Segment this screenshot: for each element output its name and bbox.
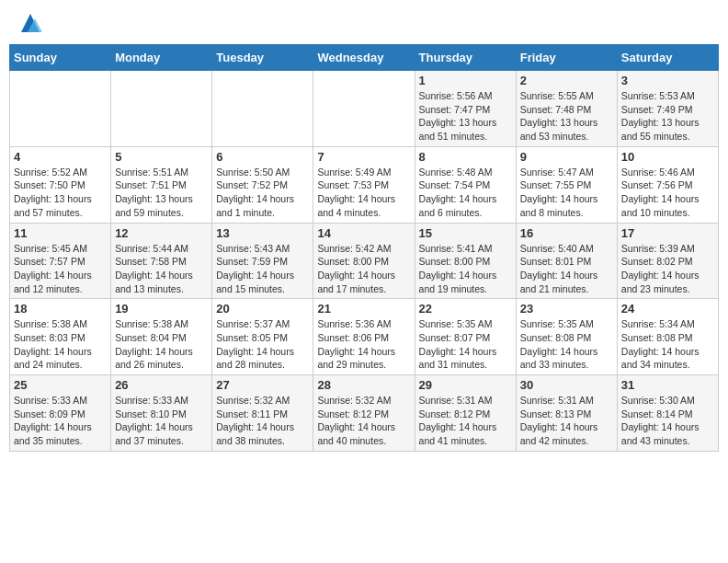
day-info: Sunrise: 5:31 AM Sunset: 8:13 PM Dayligh…	[520, 394, 613, 448]
week-row-3: 11Sunrise: 5:45 AM Sunset: 7:57 PM Dayli…	[10, 223, 719, 299]
calendar-cell: 21Sunrise: 5:36 AM Sunset: 8:06 PM Dayli…	[313, 299, 415, 375]
calendar-cell: 5Sunrise: 5:51 AM Sunset: 7:51 PM Daylig…	[111, 146, 212, 223]
page-header	[9, 9, 719, 37]
calendar-cell: 30Sunrise: 5:31 AM Sunset: 8:13 PM Dayli…	[516, 375, 617, 452]
calendar-cell	[111, 71, 212, 147]
day-number: 1	[419, 74, 512, 87]
calendar-table: SundayMondayTuesdayWednesdayThursdayFrid…	[9, 44, 719, 452]
logo-icon	[17, 9, 44, 37]
day-info: Sunrise: 5:53 AM Sunset: 7:49 PM Dayligh…	[621, 89, 714, 144]
calendar-cell: 15Sunrise: 5:41 AM Sunset: 8:00 PM Dayli…	[415, 223, 516, 299]
day-number: 30	[520, 378, 613, 392]
day-number: 18	[14, 302, 107, 316]
day-number: 9	[520, 150, 613, 164]
day-info: Sunrise: 5:55 AM Sunset: 7:48 PM Dayligh…	[520, 89, 613, 144]
day-number: 31	[621, 378, 714, 392]
calendar-cell: 6Sunrise: 5:50 AM Sunset: 7:52 PM Daylig…	[212, 146, 313, 223]
day-info: Sunrise: 5:35 AM Sunset: 8:07 PM Dayligh…	[419, 317, 512, 372]
header-row: SundayMondayTuesdayWednesdayThursdayFrid…	[10, 45, 719, 71]
day-info: Sunrise: 5:35 AM Sunset: 8:08 PM Dayligh…	[520, 317, 613, 372]
calendar-cell	[313, 71, 415, 147]
day-info: Sunrise: 5:36 AM Sunset: 8:06 PM Dayligh…	[317, 317, 410, 372]
calendar-cell: 27Sunrise: 5:32 AM Sunset: 8:11 PM Dayli…	[212, 375, 313, 452]
calendar-cell: 9Sunrise: 5:47 AM Sunset: 7:55 PM Daylig…	[516, 146, 617, 223]
day-number: 3	[621, 74, 714, 87]
day-number: 15	[419, 226, 512, 240]
day-info: Sunrise: 5:32 AM Sunset: 8:11 PM Dayligh…	[216, 394, 309, 448]
calendar-cell: 1Sunrise: 5:56 AM Sunset: 7:47 PM Daylig…	[415, 71, 516, 147]
calendar-cell: 16Sunrise: 5:40 AM Sunset: 8:01 PM Dayli…	[516, 223, 617, 299]
calendar-cell: 19Sunrise: 5:38 AM Sunset: 8:04 PM Dayli…	[111, 299, 212, 375]
day-header-monday: Monday	[111, 45, 212, 71]
day-number: 26	[115, 378, 208, 392]
day-header-wednesday: Wednesday	[313, 45, 415, 71]
day-info: Sunrise: 5:32 AM Sunset: 8:12 PM Dayligh…	[317, 394, 410, 448]
calendar-cell: 7Sunrise: 5:49 AM Sunset: 7:53 PM Daylig…	[313, 146, 415, 223]
week-row-2: 4Sunrise: 5:52 AM Sunset: 7:50 PM Daylig…	[10, 146, 719, 223]
day-number: 25	[14, 378, 107, 392]
calendar-cell	[212, 71, 313, 147]
day-info: Sunrise: 5:41 AM Sunset: 8:00 PM Dayligh…	[419, 242, 512, 296]
day-info: Sunrise: 5:51 AM Sunset: 7:51 PM Dayligh…	[115, 166, 208, 220]
week-row-4: 18Sunrise: 5:38 AM Sunset: 8:03 PM Dayli…	[10, 299, 719, 375]
day-info: Sunrise: 5:52 AM Sunset: 7:50 PM Dayligh…	[14, 166, 107, 220]
day-number: 13	[216, 226, 309, 240]
day-info: Sunrise: 5:40 AM Sunset: 8:01 PM Dayligh…	[520, 242, 613, 296]
calendar-cell	[10, 71, 111, 147]
day-number: 12	[115, 226, 208, 240]
day-info: Sunrise: 5:43 AM Sunset: 7:59 PM Dayligh…	[216, 242, 309, 296]
day-number: 14	[317, 226, 410, 240]
calendar-cell: 25Sunrise: 5:33 AM Sunset: 8:09 PM Dayli…	[10, 375, 111, 452]
calendar-cell: 31Sunrise: 5:30 AM Sunset: 8:14 PM Dayli…	[617, 375, 718, 452]
calendar-cell: 10Sunrise: 5:46 AM Sunset: 7:56 PM Dayli…	[617, 146, 718, 223]
day-number: 2	[520, 74, 613, 87]
day-info: Sunrise: 5:37 AM Sunset: 8:05 PM Dayligh…	[216, 317, 309, 372]
day-number: 19	[115, 302, 208, 316]
day-number: 7	[317, 150, 410, 164]
day-number: 16	[520, 226, 613, 240]
day-info: Sunrise: 5:48 AM Sunset: 7:54 PM Dayligh…	[419, 166, 512, 220]
calendar-cell: 3Sunrise: 5:53 AM Sunset: 7:49 PM Daylig…	[617, 71, 718, 147]
calendar-cell: 12Sunrise: 5:44 AM Sunset: 7:58 PM Dayli…	[111, 223, 212, 299]
day-number: 24	[621, 302, 714, 316]
day-info: Sunrise: 5:38 AM Sunset: 8:03 PM Dayligh…	[14, 317, 107, 372]
day-info: Sunrise: 5:39 AM Sunset: 8:02 PM Dayligh…	[621, 242, 714, 296]
day-info: Sunrise: 5:46 AM Sunset: 7:56 PM Dayligh…	[621, 166, 714, 220]
day-number: 10	[621, 150, 714, 164]
day-number: 8	[419, 150, 512, 164]
calendar-cell: 2Sunrise: 5:55 AM Sunset: 7:48 PM Daylig…	[516, 71, 617, 147]
calendar-cell: 28Sunrise: 5:32 AM Sunset: 8:12 PM Dayli…	[313, 375, 415, 452]
day-info: Sunrise: 5:45 AM Sunset: 7:57 PM Dayligh…	[14, 242, 107, 296]
day-header-saturday: Saturday	[617, 45, 718, 71]
calendar-cell: 29Sunrise: 5:31 AM Sunset: 8:12 PM Dayli…	[415, 375, 516, 452]
calendar-cell: 22Sunrise: 5:35 AM Sunset: 8:07 PM Dayli…	[415, 299, 516, 375]
week-row-5: 25Sunrise: 5:33 AM Sunset: 8:09 PM Dayli…	[10, 375, 719, 452]
calendar-cell: 20Sunrise: 5:37 AM Sunset: 8:05 PM Dayli…	[212, 299, 313, 375]
logo	[13, 9, 44, 37]
calendar-cell: 13Sunrise: 5:43 AM Sunset: 7:59 PM Dayli…	[212, 223, 313, 299]
day-number: 28	[317, 378, 410, 392]
day-info: Sunrise: 5:47 AM Sunset: 7:55 PM Dayligh…	[520, 166, 613, 220]
calendar-cell: 8Sunrise: 5:48 AM Sunset: 7:54 PM Daylig…	[415, 146, 516, 223]
day-info: Sunrise: 5:33 AM Sunset: 8:10 PM Dayligh…	[115, 394, 208, 448]
calendar-cell: 26Sunrise: 5:33 AM Sunset: 8:10 PM Dayli…	[111, 375, 212, 452]
day-info: Sunrise: 5:44 AM Sunset: 7:58 PM Dayligh…	[115, 242, 208, 296]
day-number: 27	[216, 378, 309, 392]
calendar-cell: 11Sunrise: 5:45 AM Sunset: 7:57 PM Dayli…	[10, 223, 111, 299]
calendar-cell: 23Sunrise: 5:35 AM Sunset: 8:08 PM Dayli…	[516, 299, 617, 375]
day-number: 6	[216, 150, 309, 164]
day-number: 20	[216, 302, 309, 316]
day-info: Sunrise: 5:50 AM Sunset: 7:52 PM Dayligh…	[216, 166, 309, 220]
day-info: Sunrise: 5:30 AM Sunset: 8:14 PM Dayligh…	[621, 394, 714, 448]
calendar-cell: 4Sunrise: 5:52 AM Sunset: 7:50 PM Daylig…	[10, 146, 111, 223]
day-info: Sunrise: 5:31 AM Sunset: 8:12 PM Dayligh…	[419, 394, 512, 448]
day-info: Sunrise: 5:38 AM Sunset: 8:04 PM Dayligh…	[115, 317, 208, 372]
day-number: 23	[520, 302, 613, 316]
day-info: Sunrise: 5:34 AM Sunset: 8:08 PM Dayligh…	[621, 317, 714, 372]
day-number: 4	[14, 150, 107, 164]
day-number: 29	[419, 378, 512, 392]
day-info: Sunrise: 5:49 AM Sunset: 7:53 PM Dayligh…	[317, 166, 410, 220]
day-number: 11	[14, 226, 107, 240]
calendar-cell: 24Sunrise: 5:34 AM Sunset: 8:08 PM Dayli…	[617, 299, 718, 375]
day-header-tuesday: Tuesday	[212, 45, 313, 71]
